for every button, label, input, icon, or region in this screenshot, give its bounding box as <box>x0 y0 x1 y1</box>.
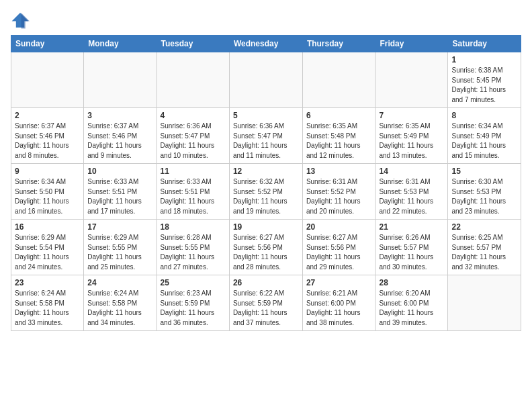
day-number: 19 <box>233 222 299 232</box>
day-number: 21 <box>379 222 444 232</box>
calendar-cell: 6Sunrise: 6:35 AM Sunset: 5:48 PM Daylig… <box>302 108 375 164</box>
calendar-cell: 21Sunrise: 6:26 AM Sunset: 5:57 PM Dayli… <box>375 220 448 275</box>
day-info: Sunrise: 6:34 AM Sunset: 5:49 PM Dayligh… <box>451 122 517 161</box>
day-info: Sunrise: 6:37 AM Sunset: 5:46 PM Dayligh… <box>15 122 80 161</box>
calendar-cell: 14Sunrise: 6:31 AM Sunset: 5:53 PM Dayli… <box>375 164 448 220</box>
page-header <box>11 11 521 30</box>
calendar-table: SundayMondayTuesdayWednesdayThursdayFrid… <box>11 35 521 331</box>
day-number: 14 <box>379 167 444 176</box>
logo-icon <box>11 11 30 30</box>
day-number: 12 <box>233 167 299 176</box>
calendar-cell: 13Sunrise: 6:31 AM Sunset: 5:52 PM Dayli… <box>302 164 375 220</box>
day-header-wednesday: Wednesday <box>229 36 302 52</box>
day-info: Sunrise: 6:23 AM Sunset: 5:59 PM Dayligh… <box>161 289 226 328</box>
calendar-cell <box>157 52 229 108</box>
day-header-sunday: Sunday <box>11 36 84 52</box>
day-info: Sunrise: 6:20 AM Sunset: 6:00 PM Dayligh… <box>379 289 444 328</box>
day-number: 4 <box>161 111 226 120</box>
calendar-cell <box>84 52 157 108</box>
calendar-cell: 9Sunrise: 6:34 AM Sunset: 5:50 PM Daylig… <box>11 164 84 220</box>
day-info: Sunrise: 6:36 AM Sunset: 5:47 PM Dayligh… <box>161 122 226 161</box>
calendar-cell: 18Sunrise: 6:28 AM Sunset: 5:55 PM Dayli… <box>157 220 229 275</box>
day-info: Sunrise: 6:35 AM Sunset: 5:48 PM Dayligh… <box>306 122 372 161</box>
calendar-header-row: SundayMondayTuesdayWednesdayThursdayFrid… <box>11 36 521 52</box>
day-header-monday: Monday <box>84 36 157 52</box>
day-number: 9 <box>15 167 80 176</box>
day-number: 2 <box>15 111 80 120</box>
day-number: 15 <box>451 167 517 176</box>
calendar-cell <box>302 52 375 108</box>
calendar-cell: 22Sunrise: 6:25 AM Sunset: 5:57 PM Dayli… <box>448 220 521 275</box>
calendar-cell <box>229 52 302 108</box>
day-info: Sunrise: 6:21 AM Sunset: 6:00 PM Dayligh… <box>306 289 372 328</box>
day-info: Sunrise: 6:38 AM Sunset: 5:45 PM Dayligh… <box>451 66 517 105</box>
day-info: Sunrise: 6:34 AM Sunset: 5:50 PM Dayligh… <box>15 177 80 216</box>
calendar-cell <box>375 52 448 108</box>
calendar-cell: 12Sunrise: 6:32 AM Sunset: 5:52 PM Dayli… <box>229 164 302 220</box>
day-header-tuesday: Tuesday <box>157 36 229 52</box>
calendar-cell: 7Sunrise: 6:35 AM Sunset: 5:49 PM Daylig… <box>375 108 448 164</box>
day-info: Sunrise: 6:33 AM Sunset: 5:51 PM Dayligh… <box>161 177 226 216</box>
day-header-thursday: Thursday <box>302 36 375 52</box>
day-info: Sunrise: 6:30 AM Sunset: 5:53 PM Dayligh… <box>451 177 517 216</box>
day-number: 16 <box>15 222 80 232</box>
day-number: 3 <box>87 111 152 120</box>
calendar-cell: 16Sunrise: 6:29 AM Sunset: 5:54 PM Dayli… <box>11 220 84 275</box>
calendar-cell: 11Sunrise: 6:33 AM Sunset: 5:51 PM Dayli… <box>157 164 229 220</box>
calendar-cell: 4Sunrise: 6:36 AM Sunset: 5:47 PM Daylig… <box>157 108 229 164</box>
day-number: 24 <box>87 278 152 287</box>
day-number: 13 <box>306 167 372 176</box>
day-number: 23 <box>15 278 80 287</box>
day-number: 11 <box>161 167 226 176</box>
calendar-cell: 3Sunrise: 6:37 AM Sunset: 5:46 PM Daylig… <box>84 108 157 164</box>
day-info: Sunrise: 6:27 AM Sunset: 5:56 PM Dayligh… <box>233 233 299 272</box>
calendar-week-3: 9Sunrise: 6:34 AM Sunset: 5:50 PM Daylig… <box>11 164 521 220</box>
calendar-week-5: 23Sunrise: 6:24 AM Sunset: 5:58 PM Dayli… <box>11 275 521 331</box>
day-number: 22 <box>451 222 517 232</box>
logo <box>11 11 32 30</box>
day-number: 8 <box>451 111 517 120</box>
day-number: 10 <box>87 167 152 176</box>
calendar-cell: 27Sunrise: 6:21 AM Sunset: 6:00 PM Dayli… <box>302 275 375 331</box>
day-info: Sunrise: 6:35 AM Sunset: 5:49 PM Dayligh… <box>379 122 444 161</box>
day-number: 17 <box>87 222 152 232</box>
calendar-cell: 2Sunrise: 6:37 AM Sunset: 5:46 PM Daylig… <box>11 108 84 164</box>
calendar-cell: 15Sunrise: 6:30 AM Sunset: 5:53 PM Dayli… <box>448 164 521 220</box>
day-header-friday: Friday <box>375 36 448 52</box>
day-number: 7 <box>379 111 444 120</box>
day-number: 1 <box>451 55 517 64</box>
calendar-cell: 8Sunrise: 6:34 AM Sunset: 5:49 PM Daylig… <box>448 108 521 164</box>
day-number: 25 <box>161 278 226 287</box>
day-info: Sunrise: 6:36 AM Sunset: 5:47 PM Dayligh… <box>233 122 299 161</box>
calendar-cell: 1Sunrise: 6:38 AM Sunset: 5:45 PM Daylig… <box>448 52 521 108</box>
calendar-cell: 24Sunrise: 6:24 AM Sunset: 5:58 PM Dayli… <box>84 275 157 331</box>
calendar-cell: 20Sunrise: 6:27 AM Sunset: 5:56 PM Dayli… <box>302 220 375 275</box>
day-info: Sunrise: 6:24 AM Sunset: 5:58 PM Dayligh… <box>87 289 152 328</box>
day-number: 26 <box>233 278 299 287</box>
day-number: 28 <box>379 278 444 287</box>
day-info: Sunrise: 6:37 AM Sunset: 5:46 PM Dayligh… <box>87 122 152 161</box>
day-number: 20 <box>306 222 372 232</box>
calendar-cell: 23Sunrise: 6:24 AM Sunset: 5:58 PM Dayli… <box>11 275 84 331</box>
calendar-week-4: 16Sunrise: 6:29 AM Sunset: 5:54 PM Dayli… <box>11 220 521 275</box>
calendar-cell: 25Sunrise: 6:23 AM Sunset: 5:59 PM Dayli… <box>157 275 229 331</box>
day-info: Sunrise: 6:22 AM Sunset: 5:59 PM Dayligh… <box>233 289 299 328</box>
calendar-cell: 28Sunrise: 6:20 AM Sunset: 6:00 PM Dayli… <box>375 275 448 331</box>
day-number: 6 <box>306 111 372 120</box>
day-number: 27 <box>306 278 372 287</box>
calendar-week-1: 1Sunrise: 6:38 AM Sunset: 5:45 PM Daylig… <box>11 52 521 108</box>
day-info: Sunrise: 6:32 AM Sunset: 5:52 PM Dayligh… <box>233 177 299 216</box>
day-info: Sunrise: 6:26 AM Sunset: 5:57 PM Dayligh… <box>379 233 444 272</box>
day-info: Sunrise: 6:25 AM Sunset: 5:57 PM Dayligh… <box>451 233 517 272</box>
calendar-cell: 26Sunrise: 6:22 AM Sunset: 5:59 PM Dayli… <box>229 275 302 331</box>
calendar-cell <box>11 52 84 108</box>
day-info: Sunrise: 6:27 AM Sunset: 5:56 PM Dayligh… <box>306 233 372 272</box>
day-info: Sunrise: 6:33 AM Sunset: 5:51 PM Dayligh… <box>87 177 152 216</box>
day-number: 5 <box>233 111 299 120</box>
calendar-cell <box>448 275 521 331</box>
calendar-cell: 17Sunrise: 6:29 AM Sunset: 5:55 PM Dayli… <box>84 220 157 275</box>
calendar-cell: 19Sunrise: 6:27 AM Sunset: 5:56 PM Dayli… <box>229 220 302 275</box>
day-info: Sunrise: 6:24 AM Sunset: 5:58 PM Dayligh… <box>15 289 80 328</box>
svg-marker-1 <box>21 13 30 28</box>
day-info: Sunrise: 6:29 AM Sunset: 5:55 PM Dayligh… <box>87 233 152 272</box>
